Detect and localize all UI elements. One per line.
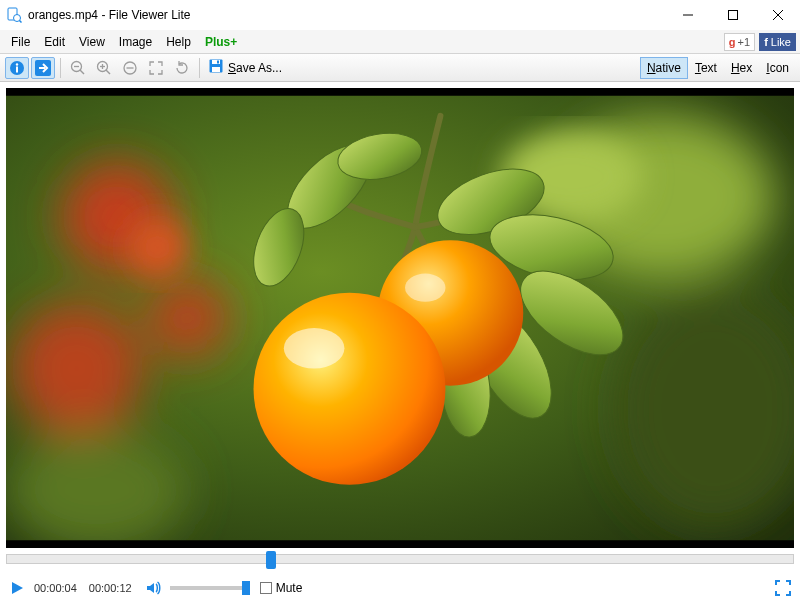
svg-line-12	[80, 70, 84, 74]
svg-point-26	[11, 303, 142, 434]
svg-rect-45	[6, 88, 794, 96]
svg-point-44	[405, 274, 445, 302]
svg-rect-46	[6, 540, 794, 548]
volume-slider[interactable]	[170, 586, 250, 590]
menu-plus[interactable]: Plus+	[198, 32, 244, 52]
view-mode-hex[interactable]: Hex	[724, 57, 759, 79]
minimize-button[interactable]	[665, 0, 710, 30]
svg-line-2	[20, 21, 22, 23]
window-title: oranges.mp4 - File Viewer Lite	[28, 8, 191, 22]
fit-window-button[interactable]	[144, 57, 168, 79]
menu-file[interactable]: File	[4, 32, 37, 52]
title-bar: oranges.mp4 - File Viewer Lite	[0, 0, 800, 30]
menu-image[interactable]: Image	[112, 32, 159, 52]
current-time: 00:00:04	[34, 582, 77, 594]
facebook-like-label: Like	[771, 36, 791, 48]
play-button[interactable]	[6, 577, 28, 599]
zoom-reset-button[interactable]	[118, 57, 142, 79]
google-plus-badge[interactable]: g+1	[724, 33, 755, 51]
svg-rect-23	[217, 61, 219, 64]
svg-line-15	[106, 70, 110, 74]
save-as-label: Save As...	[228, 61, 282, 75]
menu-bar: File Edit View Image Help Plus+ g+1 fLik…	[0, 30, 800, 54]
toolbar-separator	[60, 58, 61, 78]
mute-checkbox[interactable]	[260, 582, 272, 594]
duration: 00:00:12	[89, 582, 132, 594]
toolbar: Save As... Native Text Hex Icon	[0, 54, 800, 82]
playback-controls: 00:00:04 00:00:12 Mute	[0, 576, 800, 600]
mute-toggle[interactable]: Mute	[260, 581, 303, 595]
save-icon	[208, 58, 224, 77]
zoom-in-button[interactable]	[92, 57, 116, 79]
svg-point-8	[16, 63, 18, 65]
menu-view[interactable]: View	[72, 32, 112, 52]
video-viewport[interactable]	[6, 88, 794, 548]
mute-label: Mute	[276, 581, 303, 595]
menu-edit[interactable]: Edit	[37, 32, 72, 52]
view-mode-text[interactable]: Text	[688, 57, 724, 79]
google-plus-count: +1	[738, 36, 751, 48]
app-icon	[6, 7, 22, 23]
svg-point-1	[14, 15, 21, 22]
menu-help[interactable]: Help	[159, 32, 198, 52]
rotate-button[interactable]	[170, 57, 194, 79]
close-button[interactable]	[755, 0, 800, 30]
view-mode-icon[interactable]: Icon	[759, 57, 796, 79]
svg-rect-9	[16, 66, 18, 72]
svg-point-42	[254, 293, 446, 485]
svg-point-31	[127, 217, 188, 278]
svg-point-27	[147, 278, 228, 359]
toolbar-separator	[199, 58, 200, 78]
seek-thumb[interactable]	[266, 551, 276, 569]
svg-rect-22	[212, 67, 220, 72]
facebook-like-badge[interactable]: fLike	[759, 33, 796, 51]
svg-point-43	[284, 328, 345, 368]
seek-track[interactable]	[6, 554, 794, 564]
open-external-button[interactable]	[31, 57, 55, 79]
seek-bar[interactable]	[6, 554, 794, 572]
view-mode-native[interactable]: Native	[640, 57, 688, 79]
info-button[interactable]	[5, 57, 29, 79]
volume-button[interactable]	[142, 577, 164, 599]
save-as-button[interactable]: Save As...	[204, 58, 286, 77]
svg-rect-4	[728, 11, 737, 20]
fullscreen-button[interactable]	[772, 577, 794, 599]
maximize-button[interactable]	[710, 0, 755, 30]
svg-point-30	[6, 429, 188, 548]
zoom-out-button[interactable]	[66, 57, 90, 79]
volume-thumb[interactable]	[242, 581, 250, 595]
